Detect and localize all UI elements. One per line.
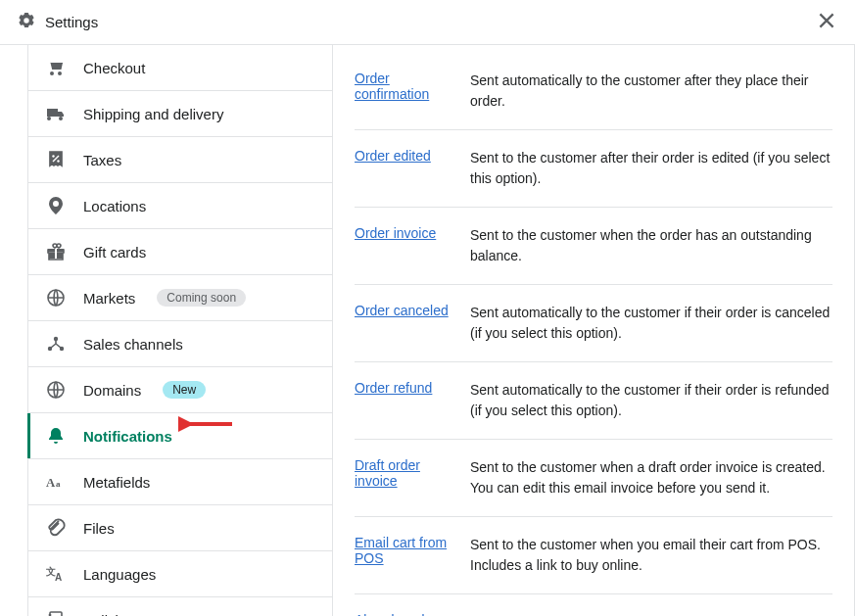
notification-desc: Sent to the customer when a draft order … [470,457,832,498]
notification-row: Draft order invoiceSent to the customer … [355,440,832,517]
notification-desc: Sent automatically to the customer after… [470,71,832,112]
sidebar-item-label: Taxes [83,152,121,168]
svg-point-0 [52,155,54,157]
notification-title: Order invoice [355,225,452,241]
notification-row: Abandoned checkoutSent to the customer i… [355,594,832,616]
notification-title: Order confirmation [355,71,452,102]
metafields-icon: Aa [46,472,66,492]
pin-icon [46,196,66,215]
main: Order confirmationSent automatically to … [333,45,855,616]
svg-rect-14 [50,612,62,616]
bell-icon [46,426,66,446]
svg-text:A: A [46,476,56,490]
notification-title: Abandoned checkout [355,612,452,616]
notification-title: Order canceled [355,303,452,318]
topbar: Settings [0,0,855,45]
sidebar-item-languages[interactable]: 文ALanguages [28,551,332,597]
notification-desc: Sent automatically to the customer if th… [470,380,832,421]
files-icon [46,518,66,538]
sidebar-item-label: Metafields [83,474,150,491]
notification-link[interactable]: Email cart from POS [355,535,447,566]
gift-icon [46,242,66,261]
sidebar-item-shipping-and-delivery[interactable]: Shipping and delivery [28,91,332,137]
sidebar-item-markets[interactable]: MarketsComing soon [28,275,332,321]
globe-icon [46,380,66,400]
sidebar-item-label: Languages [83,566,156,583]
sidebar-item-domains[interactable]: DomainsNew [28,367,332,413]
notification-desc: Sent to the customer when you email thei… [470,535,832,576]
sidebar-item-checkout[interactable]: Checkout [28,45,332,91]
close-icon[interactable] [816,10,837,34]
svg-rect-4 [55,249,57,259]
svg-point-1 [57,160,59,162]
notification-row: Order confirmationSent automatically to … [355,63,832,130]
badge: Coming soon [157,289,246,307]
notification-link[interactable]: Order canceled [355,303,449,318]
policies-icon [46,610,66,616]
sidebar-item-taxes[interactable]: Taxes [28,137,332,183]
sidebar-item-label: Markets [83,290,135,307]
notification-link[interactable]: Order refund [355,380,432,396]
sidebar-item-label: Notifications [83,428,172,445]
sidebar-item-files[interactable]: Files [28,505,332,551]
notification-desc: Sent automatically to the customer if th… [470,303,832,344]
channels-icon [46,334,66,354]
sidebar-item-label: Files [83,520,115,537]
notification-title: Draft order invoice [355,457,452,489]
sidebar-item-label: Policies [83,612,134,617]
notification-link[interactable]: Order edited [355,148,431,164]
sidebar-item-gift-cards[interactable]: Gift cards [28,229,332,275]
notification-desc: Sent to the customer after their order i… [470,148,832,189]
sidebar-item-label: Checkout [83,60,145,76]
notification-desc: Sent to the customer if they leave check… [470,612,832,616]
languages-icon: 文A [46,564,66,584]
gear-icon [18,12,35,32]
cart-icon [46,58,66,77]
notification-link[interactable]: Order invoice [355,225,436,241]
notification-list: Order confirmationSent automatically to … [333,45,854,616]
sidebar-item-label: Shipping and delivery [83,106,223,122]
notification-link[interactable]: Abandoned checkout [355,612,425,616]
sidebar-item-label: Sales channels [83,336,183,353]
badge: New [163,381,206,399]
sidebar-item-notifications[interactable]: Notifications [28,413,332,459]
notification-title: Order edited [355,148,452,164]
notification-row: Order canceledSent automatically to the … [355,285,832,362]
topbar-left: Settings [18,12,98,32]
svg-text:A: A [55,572,62,583]
truck-icon [46,104,66,123]
globe-icon [46,288,66,308]
sidebar-item-sales-channels[interactable]: Sales channels [28,321,332,367]
notification-row: Order invoiceSent to the customer when t… [355,208,832,285]
sidebar-item-metafields[interactable]: AaMetafields [28,459,332,505]
sidebar-item-locations[interactable]: Locations [28,183,332,229]
notification-link[interactable]: Order confirmation [355,71,429,102]
layout: CheckoutShipping and deliveryTaxesLocati… [0,45,855,616]
notification-link[interactable]: Draft order invoice [355,457,420,489]
sidebar: CheckoutShipping and deliveryTaxesLocati… [27,45,333,616]
notification-title: Order refund [355,380,452,396]
sidebar-item-label: Domains [83,382,141,399]
notification-title: Email cart from POS [355,535,452,566]
notification-row: Email cart from POSSent to the customer … [355,517,832,594]
svg-point-6 [54,337,58,341]
page-title: Settings [45,14,98,30]
sidebar-item-label: Locations [83,198,146,214]
notification-desc: Sent to the customer when the order has … [470,225,832,266]
svg-text:a: a [56,479,61,489]
sidebar-item-policies[interactable]: Policies [28,597,332,616]
notification-row: Order editedSent to the customer after t… [355,130,832,208]
notification-row: Order refundSent automatically to the cu… [355,362,832,440]
sidebar-item-label: Gift cards [83,244,146,261]
taxes-icon [46,150,66,169]
